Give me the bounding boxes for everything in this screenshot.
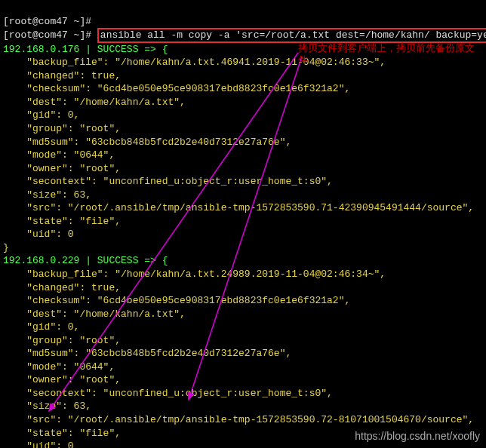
h1-md5sum: "md5sum": "63cbcb848b5fcd2b2e40d7312e27a… — [3, 137, 291, 148]
close-brace-1: } — [3, 242, 9, 253]
h1-secontext: "secontext": "unconfined_u:object_r:user… — [3, 176, 333, 187]
h1-src: "src": "/root/.ansible/tmp/ansible-tmp-1… — [3, 202, 474, 213]
h1-uid: "uid": 0 — [3, 229, 74, 240]
h2-md5sum: "md5sum": "63cbcb848b5fcd2b2e40d7312e27a… — [3, 348, 291, 359]
h2-gid: "gid": 0, — [3, 321, 79, 333]
terminal-output: [root@com47 ~]# [root@com47 ~]# ansible … — [0, 0, 486, 448]
h1-changed: "changed": true, — [3, 70, 121, 81]
h2-state: "state": "file", — [3, 428, 121, 439]
host2-header: 192.168.0.229 | SUCCESS => { — [3, 255, 168, 266]
h1-gid: "gid": 0, — [3, 109, 79, 121]
h1-owner: "owner": "root", — [3, 163, 121, 174]
watermark: https://blog.csdn.net/xoofly — [355, 429, 480, 443]
h2-backup-file: "backup_file": "/home/kahn/a.txt.24989.2… — [3, 268, 386, 280]
h2-changed: "changed": true, — [3, 282, 121, 293]
prompt-1: [root@com47 ~]# — [3, 29, 97, 41]
h1-checksum: "checksum": "6cd4be050e95ce908317ebd8823… — [3, 83, 350, 94]
annotation-line-2: 件。 — [298, 54, 318, 66]
h1-size: "size": 63, — [3, 189, 91, 201]
h2-mode: "mode": "0644", — [3, 361, 115, 373]
h2-size: "size": 63, — [3, 400, 91, 412]
h2-dest: "checksum": "6cd4be050e95ce908317ebd8823… — [3, 295, 350, 306]
h1-dest: "dest": "/home/kahn/a.txt", — [3, 97, 186, 108]
command-1: ansible all -m copy -a 'src=/root/a.txt … — [100, 29, 486, 41]
annotation-text: 拷贝文件到客户端上，拷贝前先备份原文 件。 — [298, 42, 475, 66]
h2-src: "src": "/root/.ansible/tmp/ansible-tmp-1… — [3, 414, 474, 425]
h2-group: "group": "root", — [3, 335, 121, 346]
h1-state: "state": "file", — [3, 216, 121, 227]
h1-mode: "mode": "0644", — [3, 149, 115, 161]
h2-owner: "owner": "root", — [3, 374, 121, 385]
host1-header: 192.168.0.176 | SUCCESS => { — [3, 44, 168, 55]
h2-uid: "uid": 0 — [3, 440, 74, 448]
h2-dest: "dest": "/home/kahn/a.txt", — [3, 308, 186, 320]
annotation-line-1: 拷贝文件到客户端上，拷贝前先备份原文 — [298, 42, 475, 54]
h2-secontext: "secontext": "unconfined_u:object_r:user… — [3, 388, 333, 399]
prompt-line-0: [root@com47 ~]# — [3, 16, 91, 27]
command-1-highlight: ansible all -m copy -a 'src=/root/a.txt … — [97, 28, 486, 43]
h1-group: "group": "root", — [3, 123, 121, 134]
